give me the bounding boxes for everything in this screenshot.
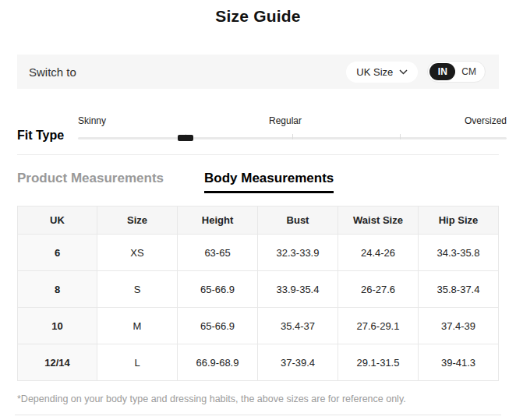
col-header-uk: UK [18, 206, 97, 235]
table-row: 6 XS 63-65 32.3-33.9 24.4-26 34.3-35.8 [18, 235, 499, 271]
cell-height: 66.9-68.9 [178, 344, 258, 381]
fit-slider-tick [292, 134, 293, 139]
cell-size: L [97, 344, 178, 381]
chevron-down-icon [399, 69, 408, 75]
cell-bust: 33.9-35.4 [258, 271, 338, 308]
fit-slider-tick [400, 134, 401, 139]
fit-type-label: Fit Type [17, 129, 78, 143]
cell-bust: 35.4-37 [258, 308, 338, 344]
size-table: UK Size Height Bust Waist Size Hip Size … [17, 206, 499, 381]
size-table-container: UK Size Height Bust Waist Size Hip Size … [17, 206, 499, 381]
cell-hip: 35.8-37.4 [419, 271, 499, 308]
fit-option-regular[interactable]: Regular [269, 115, 302, 126]
col-header-height: Height [178, 206, 258, 235]
col-header-size: Size [97, 206, 178, 235]
fit-slider-track-area[interactable] [78, 133, 507, 139]
cell-bust: 32.3-33.9 [258, 235, 338, 271]
fit-slider-handle[interactable] [178, 135, 193, 141]
switch-bar: Switch to UK Size IN CM [17, 55, 499, 89]
cell-size: S [97, 271, 178, 308]
col-header-waist: Waist Size [338, 206, 419, 235]
cell-uk: 10 [18, 308, 97, 344]
cell-waist: 29.1-31.5 [338, 344, 419, 381]
fit-option-skinny[interactable]: Skinny [78, 115, 106, 126]
section-divider [17, 154, 499, 155]
fit-type-section: Fit Type Skinny Regular Oversized [17, 115, 507, 139]
cell-hip: 37.4-39 [419, 308, 499, 344]
measurement-tabs: Product Measurements Body Measurements [17, 171, 499, 193]
fit-slider-labels: Skinny Regular Oversized [78, 115, 507, 126]
col-header-bust: Bust [258, 206, 338, 235]
table-row: 12/14 L 66.9-68.9 37-39.4 29.1-31.5 39-4… [18, 344, 499, 381]
cell-height: 65-66.9 [178, 308, 258, 344]
unit-toggle[interactable]: IN CM [427, 61, 486, 83]
unit-option-in[interactable]: IN [429, 63, 455, 80]
fit-option-oversized[interactable]: Oversized [465, 115, 507, 126]
col-header-hip: Hip Size [419, 206, 499, 235]
unit-option-cm[interactable]: CM [455, 66, 483, 77]
switch-to-label: Switch to [29, 65, 76, 79]
tab-product-measurements[interactable]: Product Measurements [17, 171, 164, 191]
cell-waist: 24.4-26 [338, 235, 419, 271]
reference-footnote: *Depending on your body type and dressin… [17, 394, 499, 404]
size-region-dropdown[interactable]: UK Size [346, 62, 418, 83]
cell-waist: 26-27.6 [338, 271, 419, 308]
bottom-divider [15, 415, 501, 415]
cell-waist: 27.6-29.1 [338, 308, 419, 344]
cell-uk: 6 [18, 235, 97, 271]
fit-type-slider[interactable]: Skinny Regular Oversized [78, 115, 507, 139]
table-row: 10 M 65-66.9 35.4-37 27.6-29.1 37.4-39 [18, 308, 499, 344]
cell-hip: 39-41.3 [419, 344, 499, 381]
table-header-row: UK Size Height Bust Waist Size Hip Size [18, 206, 499, 235]
cell-hip: 34.3-35.8 [419, 235, 499, 271]
cell-size: M [97, 308, 178, 344]
cell-height: 65-66.9 [178, 271, 258, 308]
switch-controls: UK Size IN CM [346, 61, 486, 83]
tab-body-measurements[interactable]: Body Measurements [204, 171, 334, 193]
cell-uk: 12/14 [18, 344, 97, 381]
table-row: 8 S 65-66.9 33.9-35.4 26-27.6 35.8-37.4 [18, 271, 499, 308]
cell-height: 63-65 [178, 235, 258, 271]
page-title: Size Guide [0, 0, 516, 26]
cell-bust: 37-39.4 [258, 344, 338, 381]
size-guide-panel: Size Guide Switch to UK Size IN CM Fit T… [0, 0, 516, 415]
cell-uk: 8 [18, 271, 97, 308]
size-region-value: UK Size [356, 66, 393, 78]
cell-size: XS [97, 235, 178, 271]
